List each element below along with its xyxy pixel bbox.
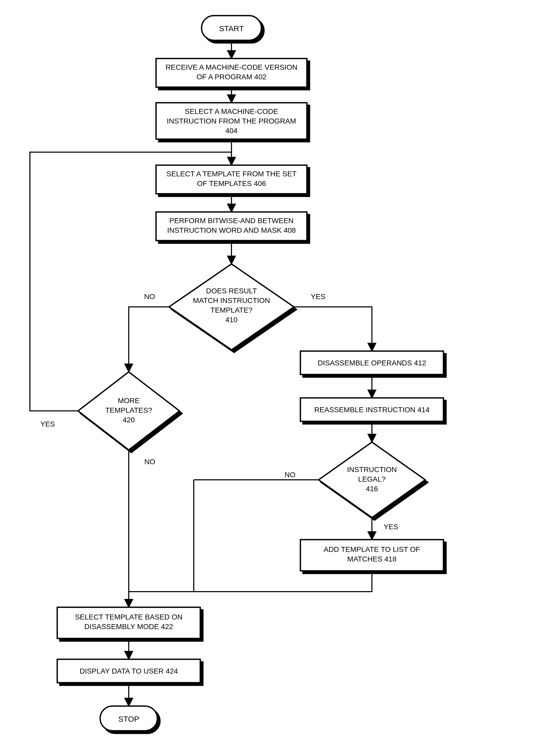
- step-404: SELECT A MACHINE-CODE INSTRUCTION FROM T…: [156, 103, 307, 139]
- d420-yes-label: YES: [40, 420, 55, 428]
- svg-text:RECEIVE A MACHINE-CODE VERSION: RECEIVE A MACHINE-CODE VERSION: [165, 63, 297, 71]
- terminator-start: START: [202, 15, 261, 40]
- svg-text:SELECT TEMPLATE BASED ON: SELECT TEMPLATE BASED ON: [75, 613, 182, 621]
- decision-410: DOES RESULT MATCH INSTRUCTION TEMPLATE? …: [169, 264, 294, 350]
- step-424: DISPLAY DATA TO USER 424: [57, 659, 200, 683]
- svg-text:DISASSEMBLY MODE 422: DISASSEMBLY MODE 422: [84, 623, 173, 631]
- svg-text:416: 416: [366, 485, 378, 493]
- svg-text:INSTRUCTION WORD AND MASK 408: INSTRUCTION WORD AND MASK 408: [167, 226, 296, 234]
- d420-no-label: NO: [144, 458, 155, 466]
- step-402: RECEIVE A MACHINE-CODE VERSION OF A PROG…: [156, 58, 307, 87]
- svg-text:410: 410: [225, 316, 238, 324]
- svg-text:DOES RESULT: DOES RESULT: [206, 287, 257, 295]
- svg-text:OF A PROGRAM 402: OF A PROGRAM 402: [196, 73, 266, 81]
- svg-text:TEMPLATE?: TEMPLATE?: [210, 306, 252, 314]
- d410-yes-label: YES: [311, 293, 325, 301]
- svg-text:ADD TEMPLATE TO LIST OF: ADD TEMPLATE TO LIST OF: [324, 545, 420, 553]
- svg-text:INSTRUCTION FROM THE PROGRAM: INSTRUCTION FROM THE PROGRAM: [167, 117, 296, 125]
- svg-text:OF TEMPLATES 406: OF TEMPLATES 406: [197, 179, 266, 187]
- svg-text:STOP: STOP: [118, 715, 139, 723]
- svg-text:PERFORM BITWISE-AND BETWEEN: PERFORM BITWISE-AND BETWEEN: [169, 217, 294, 225]
- step-414: REASSEMBLE INSTRUCTION 414: [300, 398, 443, 421]
- d416-no-label: NO: [285, 471, 295, 479]
- decision-420: MORE TEMPLATES? 420: [78, 372, 179, 450]
- svg-text:MATCHES 418: MATCHES 418: [347, 555, 396, 563]
- flowchart-canvas: NO YES NO YES YES NO START RECEIVE A MAC…: [0, 0, 555, 756]
- d410-no-label: NO: [144, 293, 155, 301]
- svg-text:TEMPLATES?: TEMPLATES?: [105, 406, 152, 414]
- step-408: PERFORM BITWISE-AND BETWEEN INSTRUCTION …: [156, 212, 307, 240]
- step-422: SELECT TEMPLATE BASED ON DISASSEMBLY MOD…: [57, 607, 200, 638]
- svg-text:MORE: MORE: [118, 397, 140, 405]
- svg-text:INSTRUCTION: INSTRUCTION: [347, 465, 397, 474]
- svg-text:MATCH INSTRUCTION: MATCH INSTRUCTION: [193, 297, 270, 305]
- d416-yes-label: YES: [384, 523, 398, 531]
- svg-text:420: 420: [123, 416, 135, 424]
- svg-text:DISASSEMBLE OPERANDS 412: DISASSEMBLE OPERANDS 412: [317, 359, 426, 367]
- svg-text:LEGAL?: LEGAL?: [358, 475, 386, 483]
- step-406: SELECT A TEMPLATE FROM THE SET OF TEMPLA…: [156, 165, 307, 194]
- step-412: DISASSEMBLE OPERANDS 412: [300, 351, 443, 374]
- svg-text:404: 404: [225, 127, 238, 135]
- svg-text:START: START: [219, 24, 244, 33]
- svg-text:SELECT A TEMPLATE FROM THE SET: SELECT A TEMPLATE FROM THE SET: [166, 170, 297, 178]
- step-418: ADD TEMPLATE TO LIST OF MATCHES 418: [300, 540, 443, 571]
- svg-text:SELECT A MACHINE-CODE: SELECT A MACHINE-CODE: [185, 107, 278, 116]
- svg-text:DISPLAY DATA TO USER 424: DISPLAY DATA TO USER 424: [80, 667, 178, 675]
- terminator-stop: STOP: [100, 706, 157, 731]
- svg-text:REASSEMBLE INSTRUCTION 414: REASSEMBLE INSTRUCTION 414: [314, 406, 429, 414]
- decision-416: INSTRUCTION LEGAL? 416: [318, 442, 425, 518]
